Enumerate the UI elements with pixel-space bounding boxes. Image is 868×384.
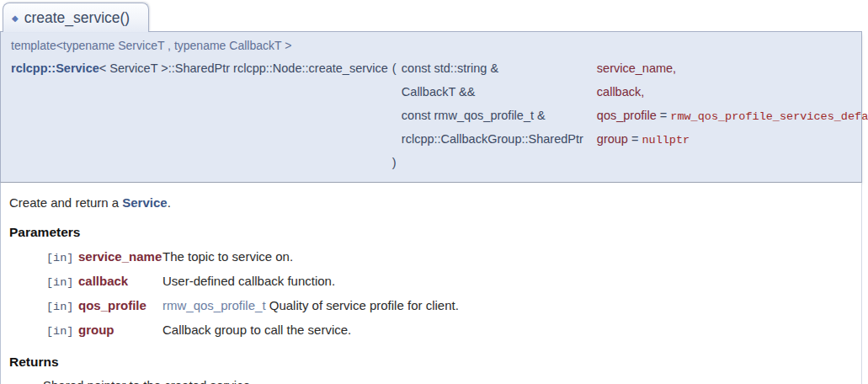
- param-direction: [in]: [46, 299, 78, 315]
- parameters-table: [in] service_name The topic to service o…: [46, 248, 853, 339]
- param-direction: [in]: [46, 275, 78, 291]
- param-desc-text: User-defined callback function.: [162, 274, 335, 288]
- signature-empty-cell: [388, 81, 402, 104]
- signature-name-cell: rclcpp::Service< ServiceT >::SharedPtr r…: [11, 57, 388, 81]
- parameters-heading: Parameters: [9, 225, 853, 240]
- signature-empty-cell: [402, 152, 597, 173]
- intro-text-pre: Create and return a: [9, 195, 122, 210]
- param-name: service_name: [597, 61, 673, 75]
- param-separator: ,: [673, 61, 676, 75]
- param-direction: [in]: [46, 250, 78, 266]
- param-name: qos_profile: [597, 109, 657, 122]
- param-name: group: [597, 132, 628, 146]
- param-name-cell: group = nullptr: [597, 128, 868, 152]
- param-type: const rmw_qos_profile_t &: [402, 104, 597, 128]
- param-eq: =: [657, 109, 671, 122]
- returns-text: Shared pointer to the created service.: [43, 378, 853, 384]
- signature-empty-cell: [11, 128, 388, 152]
- parameters-section: Parameters [in] service_name The topic t…: [9, 225, 853, 339]
- param-doc-description: User-defined callback function.: [162, 273, 853, 289]
- param-doc-description: The topic to service on.: [162, 248, 853, 264]
- param-type: rclcpp::CallbackGroup::SharedPtr: [402, 128, 597, 152]
- param-type: const std::string &: [402, 57, 597, 81]
- intro-paragraph: Create and return a Service.: [9, 195, 853, 210]
- member-title-tab: ◆create_service(): [3, 3, 149, 32]
- rmw-qos-profile-link[interactable]: rmw_qos_profile_t: [162, 298, 266, 312]
- param-type: CallbackT &&: [402, 81, 597, 104]
- member-item: template<typename ServiceT , typename Ca…: [0, 31, 862, 384]
- permalink-anchor-icon[interactable]: ◆: [12, 13, 19, 23]
- param-separator: ,: [641, 85, 644, 99]
- signature-empty-cell: [597, 152, 868, 173]
- param-desc-text: Quality of service profile for client.: [266, 298, 459, 312]
- param-default-value: rmw_qos_profile_services_default: [670, 110, 868, 123]
- param-desc-text: Callback group to call the service.: [162, 323, 351, 337]
- open-paren: (: [388, 57, 402, 81]
- function-prototype-box: template<typename ServiceT , typename Ca…: [0, 31, 862, 183]
- return-type-link[interactable]: rclcpp::Service: [11, 61, 99, 75]
- signature-empty-cell: [11, 104, 388, 128]
- service-class-link[interactable]: Service: [122, 195, 167, 210]
- param-doc-description: rmw_qos_profile_t Quality of service pro…: [162, 297, 853, 313]
- param-name-cell: qos_profile = rmw_qos_profile_services_d…: [597, 104, 868, 128]
- param-default-value: nullptr: [642, 134, 690, 147]
- returns-section: Returns Shared pointer to the created se…: [9, 355, 853, 384]
- signature-name-rest: < ServiceT >::SharedPtr rclcpp::Node::cr…: [99, 61, 388, 75]
- param-doc-name: callback: [78, 273, 162, 289]
- signature-empty-cell: [388, 128, 402, 152]
- param-name: callback: [597, 85, 641, 99]
- param-doc-name: qos_profile: [78, 297, 162, 313]
- param-doc-name: service_name: [78, 248, 162, 264]
- close-paren: ): [388, 152, 402, 173]
- signature-table: rclcpp::Service< ServiceT >::SharedPtr r…: [11, 57, 855, 173]
- param-name-cell: callback,: [597, 81, 868, 104]
- param-doc-description: Callback group to call the service.: [162, 322, 853, 338]
- member-title-label: create_service(): [24, 9, 130, 26]
- intro-text-post: .: [168, 195, 171, 210]
- param-direction: [in]: [46, 323, 78, 339]
- parameters-body: [in] service_name The topic to service o…: [46, 248, 853, 339]
- returns-heading: Returns: [9, 355, 853, 370]
- param-name-cell: service_name,: [597, 57, 868, 81]
- param-desc-text: The topic to service on.: [162, 249, 293, 264]
- param-doc-name: group: [78, 322, 162, 338]
- param-eq: =: [628, 132, 642, 146]
- template-parameters-line: template<typename ServiceT , typename Ca…: [11, 39, 855, 57]
- signature-empty-cell: [11, 81, 388, 104]
- signature-empty-cell: [11, 152, 388, 173]
- signature-empty-cell: [388, 104, 402, 128]
- member-documentation: Create and return a Service. Parameters …: [0, 183, 862, 384]
